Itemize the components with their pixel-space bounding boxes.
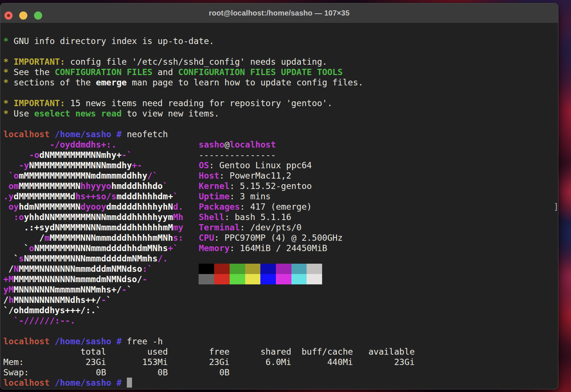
- terminal-line: Mem: 23Gi 153Mi 23Gi 6.0Mi 440Mi 23Gi: [3, 357, 558, 367]
- terminal-screen[interactable]: * GNU info directory index is up-to-date…: [0, 23, 558, 388]
- terminal-line: /hMNNNNNNNNMNdhs++/-`: [3, 295, 558, 305]
- terminal-line: -yNMMMMMMMMMMMNNNmmdhy+- OS: Gentoo Linu…: [3, 160, 558, 170]
- terminal-line: `-//////:--.: [3, 315, 558, 326]
- terminal-line: -/oyddmdhs+:. sasho@localhost: [3, 139, 558, 150]
- palette-swatch: [230, 264, 245, 274]
- terminal-line: /mMMMMMMNNNmmmdddhhhhhmMNhs: CPU: PPC970…: [3, 233, 558, 243]
- traffic-lights: [4, 11, 42, 20]
- terminal-output: * GNU info directory index is up-to-date…: [3, 26, 558, 388]
- palette-swatch: [291, 264, 307, 274]
- close-button-edited-dot: [7, 14, 10, 17]
- terminal-line: * IMPORTANT: config file '/etc/ssh/sshd_…: [3, 57, 558, 67]
- terminal-line: localhost /home/sasho # free -h: [3, 336, 558, 347]
- terminal-line: total used free shared buff/cache availa…: [3, 347, 558, 357]
- terminal-line: yMMNNNNNNNmmmmmNNMmhs+/-`: [3, 284, 558, 295]
- terminal-line: * IMPORTANT: 15 news items need reading …: [3, 98, 558, 108]
- terminal-line: [3, 26, 558, 36]
- palette-swatch: [260, 274, 276, 284]
- terminal-line: [3, 88, 558, 98]
- terminal-cursor: [127, 378, 132, 388]
- palette-swatch: [245, 274, 261, 284]
- palette-swatch: [307, 274, 322, 284]
- terminal-line: * See the CONFIGURATION FILES and CONFIG…: [3, 67, 558, 77]
- palette-swatch: [245, 264, 261, 274]
- palette-swatch: [307, 264, 322, 274]
- terminal-line: `/ohdmmddhys+++/:.`: [3, 305, 558, 315]
- zoom-button[interactable]: [34, 11, 42, 20]
- terminal-line: /NMMMMNNNNNNNmmmdddmNMNdso:`: [3, 264, 558, 274]
- close-button[interactable]: [4, 11, 13, 20]
- palette-swatch: [260, 264, 276, 274]
- terminal-line: [3, 46, 558, 57]
- terminal-line: .ydMMMMMMMMMMdhs++so/smdddhhhhdm+` Uptim…: [3, 191, 558, 202]
- window-title: root@localhost:/home/sasho — 107×35: [209, 9, 350, 17]
- minimize-button[interactable]: [19, 11, 27, 20]
- terminal-line: * Use eselect news read to view new item…: [3, 108, 558, 119]
- palette-swatch: [276, 274, 291, 284]
- palette-swatch: [214, 264, 230, 274]
- terminal-line: `oNMMMMMMMNNNmmmddddhhdmMNhs+` Memory: 1…: [3, 243, 558, 253]
- terminal-window[interactable]: root@localhost:/home/sasho — 107×35 * GN…: [0, 3, 558, 389]
- terminal-line: `omMMMMMMMMMMMMNmdmmmmddhhy/` Host: Powe…: [3, 170, 558, 181]
- palette-swatch: [214, 274, 230, 284]
- terminal-line: oyhdmNMMMMMMMNdyooydmddddhhhhyhNd. Packa…: [3, 202, 558, 212]
- terminal-line: [3, 326, 558, 336]
- terminal-line: * GNU info directory index is up-to-date…: [3, 36, 558, 46]
- terminal-line: .:+sydNMMMMMNNNmmmdddhhhhhhmMmy Terminal…: [3, 222, 558, 233]
- window-titlebar[interactable]: root@localhost:/home/sasho — 107×35: [0, 3, 558, 23]
- palette-swatch: [199, 264, 214, 274]
- terminal-line: localhost /home/sasho #: [3, 378, 558, 388]
- terminal-line: [3, 119, 558, 129]
- palette-swatch: [291, 274, 307, 284]
- terminal-line: * sections of the emerge man page to lea…: [3, 77, 558, 88]
- terminal-line: localhost /home/sasho # neofetch: [3, 129, 558, 139]
- terminal-line: `sNMMMMMMMMNNNmmmdddddmNMmhs/.: [3, 253, 558, 264]
- palette-swatch: [230, 274, 245, 284]
- terminal-line: Swap: 0B 0B 0B: [3, 367, 558, 378]
- palette-swatch: [276, 264, 291, 274]
- terminal-line: :oyhhdNNMMMMMMMNNNmmdddhhhhhyymMh Shell:…: [3, 212, 558, 222]
- terminal-line: +MMMMMMNNNNNNNmmmmdmNMNdso/-: [3, 274, 558, 284]
- terminal-line: omMMMMMMMMMMMNhhyyyohmdddhhhdo` Kernel: …: [3, 181, 558, 191]
- palette-swatch: [199, 274, 214, 284]
- terminal-line: -odNMMMMMMMMNNmhy+-` ---------------: [3, 150, 558, 160]
